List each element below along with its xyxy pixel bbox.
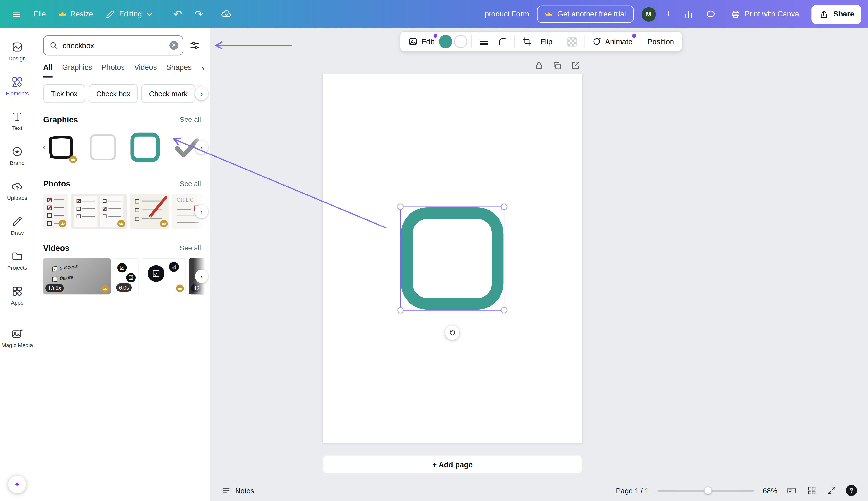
suggestion-check-box[interactable]: Check box [88, 84, 138, 103]
crown-icon [544, 10, 553, 18]
sidebar-item-projects[interactable]: Projects [0, 244, 34, 276]
graphic-sketch-checkbox[interactable] [43, 129, 78, 165]
videos-scroll-next-icon[interactable]: › [195, 270, 208, 283]
hamburger-icon [12, 9, 22, 19]
notes-button[interactable]: Notes [222, 486, 254, 495]
photo-checklist-1[interactable] [43, 194, 68, 229]
video-checkbox-circles[interactable]: ☑ ☑ [142, 258, 186, 295]
zoom-slider-thumb[interactable] [704, 487, 712, 494]
main-menu-button[interactable] [7, 4, 27, 23]
lock-page-button[interactable] [534, 60, 545, 72]
bar-chart-icon [684, 9, 694, 19]
tab-graphics[interactable]: Graphics [62, 63, 92, 77]
suggestion-tick-box[interactable]: Tick box [43, 84, 85, 103]
fill-color-swatch[interactable] [439, 35, 453, 48]
photo-checklist-pen[interactable] [129, 194, 169, 229]
search-row: ✕ [43, 35, 203, 55]
transparency-checkerboard-icon [568, 37, 577, 46]
graphics-scroll-next-icon[interactable]: › [195, 141, 208, 154]
border-color-swatch[interactable] [454, 35, 467, 48]
printer-icon [731, 9, 741, 19]
resize-handle-top-left[interactable] [398, 204, 403, 210]
insights-button[interactable] [681, 7, 696, 21]
redo-button[interactable]: ↷ [189, 4, 208, 24]
share-button[interactable]: Share [812, 4, 861, 23]
photos-section-header: Photos See all [43, 180, 201, 189]
sidebar-item-draw[interactable]: Draw [0, 209, 34, 241]
print-button[interactable]: Print with Canva [726, 4, 804, 23]
topbar-right-group: product Form Get another free trial M + … [485, 4, 861, 23]
sidebar-item-text[interactable]: Text [0, 105, 34, 137]
search-filter-button[interactable] [187, 37, 203, 54]
comments-button[interactable] [704, 7, 718, 21]
search-input[interactable] [63, 41, 165, 50]
flip-button[interactable]: Flip [537, 34, 556, 49]
zoom-slider[interactable] [658, 487, 754, 494]
graphics-scroll-prev-icon[interactable]: ‹ [43, 142, 46, 152]
canva-assistant-button[interactable]: ✦ [8, 476, 26, 493]
crop-button[interactable] [519, 34, 536, 49]
sidebar-item-magic-media[interactable]: Magic Media [0, 321, 34, 354]
svg-text:CHEC: CHEC [177, 197, 194, 202]
add-page-button[interactable]: + Add page [322, 455, 582, 474]
tabs-scroll-next-icon[interactable]: › [202, 64, 204, 73]
move-page-button[interactable] [570, 60, 581, 72]
photos-see-all-link[interactable]: See all [180, 180, 201, 188]
graphic-gray-rounded-square[interactable] [85, 129, 120, 165]
elements-icon [11, 76, 23, 88]
search-box[interactable]: ✕ [43, 35, 183, 55]
sidebar-item-apps[interactable]: Apps [0, 279, 34, 311]
tab-all[interactable]: All [43, 63, 53, 77]
suggestion-check-mark[interactable]: Check mark [141, 84, 195, 103]
editing-mode-dropdown[interactable]: Editing [100, 4, 158, 23]
video-word: failure [60, 274, 74, 281]
tab-photos[interactable]: Photos [102, 63, 125, 77]
resize-handle-bottom-left[interactable] [398, 307, 403, 313]
resize-handle-top-right[interactable] [501, 204, 507, 210]
sidebar-item-uploads[interactable]: Uploads [0, 174, 34, 206]
edit-image-button[interactable]: Edit [405, 34, 437, 49]
grid-view-icon [807, 486, 817, 495]
clear-search-icon[interactable]: ✕ [169, 41, 178, 50]
page-controls [534, 60, 581, 72]
cloud-check-icon [221, 9, 232, 20]
corner-arc-icon [497, 36, 507, 46]
position-button[interactable]: Position [644, 34, 677, 49]
tab-shapes[interactable]: Shapes [166, 63, 192, 77]
grid-view-button[interactable] [806, 485, 817, 496]
suggestions-scroll-next-icon[interactable]: › [195, 87, 208, 100]
resize-handle-bottom-right[interactable] [501, 307, 507, 313]
duplicate-page-button[interactable] [552, 60, 563, 72]
corner-rounding-button[interactable] [494, 34, 510, 49]
photos-scroll-next-icon[interactable]: › [195, 205, 208, 218]
add-member-button[interactable]: + [664, 6, 674, 22]
graphics-see-all-link[interactable]: See all [180, 116, 201, 124]
sidebar-item-brand[interactable]: Brand [0, 139, 34, 171]
duplicate-icon [552, 60, 562, 71]
undo-button[interactable]: ↶ [168, 4, 187, 24]
top-bar: File Resize Editing ↶ ↷ product Form Get… [0, 0, 868, 28]
animate-button[interactable]: Animate [589, 34, 636, 49]
fullscreen-button[interactable] [826, 485, 837, 496]
sidebar-item-elements[interactable]: Elements [0, 70, 34, 102]
free-trial-button[interactable]: Get another free trial [537, 6, 634, 23]
video-checkbox-icons[interactable]: ☑ ☒ 6.0s [114, 258, 139, 295]
selected-checkbox-shape[interactable] [400, 206, 504, 311]
document-title[interactable]: product Form [485, 10, 529, 18]
avatar[interactable]: M [642, 7, 656, 21]
border-weight-button[interactable] [476, 34, 492, 49]
video-success-failure[interactable]: ✓success failure 13.0s [43, 258, 110, 295]
graphic-teal-rounded-square[interactable] [127, 129, 163, 165]
rotate-handle[interactable] [445, 326, 459, 340]
resize-button[interactable]: Resize [53, 6, 98, 23]
tab-videos[interactable]: Videos [134, 63, 157, 77]
pages-view-button[interactable] [786, 485, 797, 496]
sidebar-item-design[interactable]: Design [0, 35, 34, 67]
cloud-save-status[interactable] [216, 4, 237, 24]
photo-checklist-2[interactable] [71, 194, 127, 229]
videos-see-all-link[interactable]: See all [180, 244, 201, 252]
design-page[interactable] [322, 74, 582, 443]
file-menu-button[interactable]: File [29, 6, 51, 23]
help-button[interactable]: ? [846, 485, 857, 496]
transparency-button[interactable] [564, 34, 580, 49]
